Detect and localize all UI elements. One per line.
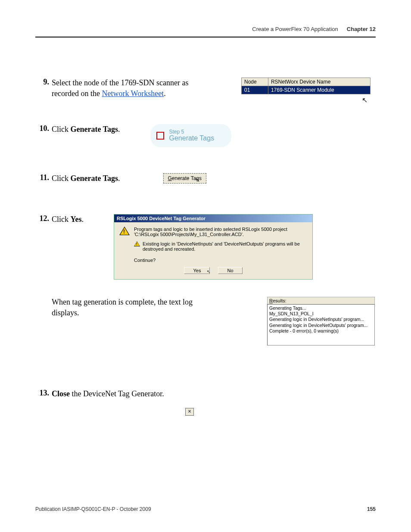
generate-tags-button[interactable]: Generate Tags ↖: [163, 173, 207, 184]
page-number: 155: [367, 506, 376, 512]
cursor-icon: ↖: [207, 269, 210, 274]
step-11-bold: Generate Tags: [71, 174, 118, 183]
close-icon[interactable]: ×: [185, 408, 194, 416]
network-worksheet-link[interactable]: Network Worksheet: [102, 89, 164, 98]
step-11-figure: Generate Tags ↖: [120, 173, 376, 184]
results-label-u: R: [269, 298, 273, 303]
step-10-prefix: Click: [52, 125, 71, 134]
dialog-title: RSLogix 5000 DeviceNet Tag Generator: [114, 215, 312, 222]
node-row[interactable]: 01 1769-SDN Scanner Module: [242, 86, 371, 94]
node-th-2: RSNetWorx Device Name: [268, 78, 370, 86]
no-button[interactable]: No: [218, 267, 242, 274]
header-title: Create a PowerFlex 70 Application: [252, 26, 338, 32]
step-12-text: Click Yes.: [49, 214, 84, 225]
step5-bubble[interactable]: Step 5 Generate Tags: [150, 124, 232, 147]
step-12: 12. Click Yes. RSLogix 5000 DeviceNet Ta…: [35, 214, 376, 280]
publication-id: Publication IASIMP-QS001C-EN-P - October…: [35, 506, 151, 512]
checkbox-icon: [156, 132, 164, 140]
step-11: 11. Click Generate Tags. Generate Tags ↖: [35, 173, 376, 184]
step-12-figure: RSLogix 5000 DeviceNet Tag Generator ! P…: [84, 214, 376, 280]
step-13-text: Close the DeviceNet Tag Generator. ×: [49, 389, 194, 416]
step-11-prefix: Click: [52, 174, 71, 183]
step-9: 9. Select the node of the 1769-SDN scann…: [35, 78, 376, 103]
post-step-text: When tag generation is complete, the tex…: [52, 297, 215, 318]
results-label: Results:: [267, 297, 375, 304]
header-chapter: Chapter 12: [347, 26, 376, 32]
step-13: 13. Close the DeviceNet Tag Generator. ×: [35, 389, 376, 416]
step-13-suffix: the DeviceNet Tag Generator.: [70, 389, 164, 398]
results-label-rest: esults:: [273, 298, 286, 303]
cursor-icon: ↖: [196, 177, 200, 183]
node-th-1: Node: [242, 78, 268, 86]
confirm-dialog: RSLogix 5000 DeviceNet Tag Generator ! P…: [114, 214, 313, 280]
node-cell-id: 01: [242, 86, 268, 94]
yes-button[interactable]: Yes↖: [184, 267, 210, 274]
step-10-bold: Generate Tags: [71, 125, 118, 134]
dialog-msg-2: Existing logic in 'DeviceNetInputs' and …: [143, 241, 307, 252]
tag-gen-complete: When tag generation is complete, the tex…: [52, 297, 376, 345]
warning-icon: !: [119, 227, 130, 236]
bubble-big: Generate Tags: [169, 134, 215, 142]
yes-label: Yes: [193, 268, 201, 273]
step-13-bold: Close: [52, 389, 70, 398]
results-figure: Results: Generating Tags... My_SDN_N13_P…: [215, 297, 376, 345]
step-9-text: Select the node of the 1769-SDN scanner …: [49, 78, 207, 99]
results-log: Generating Tags... My_SDN_N13_POL_I Gene…: [267, 304, 375, 345]
step-12-bold: Yes: [71, 215, 82, 224]
step-13-number: 13.: [35, 389, 49, 398]
step-11-text: Click Generate Tags.: [49, 173, 120, 184]
node-cell-name: 1769-SDN Scanner Module: [268, 86, 370, 94]
step-10: 10. Click Generate Tags. Step 5 Generate…: [35, 124, 376, 147]
dialog-msg-1: Program tags and logic to be inserted in…: [134, 227, 307, 237]
step-9-figure: Node RSNetWorx Device Name 01 1769-SDN S…: [207, 78, 376, 103]
warning-icon: !: [134, 241, 140, 246]
step-10-text: Click Generate Tags.: [49, 124, 120, 135]
bubble-small: Step 5: [169, 129, 215, 134]
cursor-icon: ↖: [362, 96, 411, 104]
step-11-number: 11.: [35, 173, 49, 182]
step-9-number: 9.: [35, 78, 49, 87]
step-10-number: 10.: [35, 124, 49, 133]
node-table: Node RSNetWorx Device Name 01 1769-SDN S…: [241, 78, 371, 94]
step-12-prefix: Click: [52, 215, 71, 224]
step-9-suffix: .: [164, 89, 166, 98]
page-footer: Publication IASIMP-QS001C-EN-P - October…: [35, 506, 376, 512]
dialog-continue: Continue?: [134, 258, 307, 263]
step-10-figure: Step 5 Generate Tags: [120, 124, 376, 147]
gen-btn-underline: G: [168, 175, 172, 181]
page-header: Create a PowerFlex 70 Application Chapte…: [35, 26, 376, 37]
step-12-number: 12.: [35, 214, 49, 223]
